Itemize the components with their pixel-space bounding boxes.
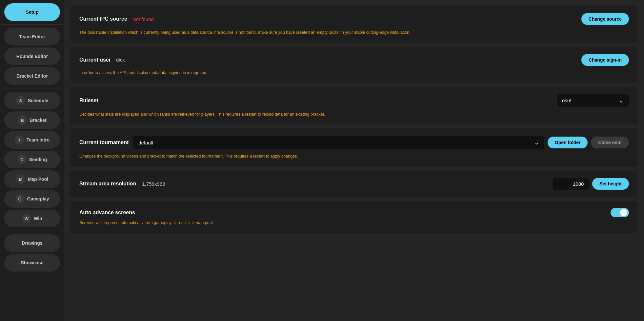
sidebar-item-win[interactable]: W Win: [4, 210, 60, 227]
ipc-source-label: Current IPC source: [79, 16, 127, 22]
resolution-row: Stream area resolution 1,756x988 Set hei…: [79, 178, 629, 190]
change-source-button[interactable]: Change source: [581, 13, 629, 25]
sidebar-item-team-intro[interactable]: I Team Intro: [4, 131, 60, 149]
ipc-header: Current IPC source Not found Change sour…: [79, 13, 629, 25]
advance-row: Auto advance screens: [79, 208, 629, 217]
sidebar-item-bracket-editor-label: Bracket Editor: [16, 73, 48, 79]
sidebar-item-bracket-editor[interactable]: Bracket Editor: [4, 67, 60, 85]
sidebar-item-seeding-label: Seeding: [29, 157, 47, 162]
sidebar-item-drawings[interactable]: Drawings: [4, 234, 60, 252]
auto-advance-toggle[interactable]: [611, 208, 629, 217]
sidebar-item-team-intro-letter: I: [15, 135, 24, 144]
auto-advance-label: Auto advance screens: [79, 210, 135, 216]
resolution-card: Stream area resolution 1,756x988 Set hei…: [70, 171, 638, 197]
sidebar-item-gameplay-letter: G: [15, 194, 25, 203]
sidebar-item-showcase[interactable]: Showcase: [4, 254, 60, 272]
sidebar-item-bracket-letter: B: [18, 116, 27, 125]
sidebar-item-rounds-editor[interactable]: Rounds Editor: [4, 47, 60, 65]
toggle-thumb: [620, 209, 627, 216]
sidebar-item-gameplay-label: Gameplay: [27, 196, 49, 201]
sidebar-item-schedule-label: Schedule: [28, 98, 48, 103]
ipc-source-card: Current IPC source Not found Change sour…: [70, 6, 638, 43]
tournament-info: Changes the background videos and bracke…: [79, 153, 629, 160]
tournament-select[interactable]: default ⌄: [133, 136, 544, 149]
tournament-chevron-icon: ⌄: [534, 139, 539, 146]
resolution-value: 1,756x988: [142, 181, 547, 187]
ruleset-info: Decides what stats are displayed and whi…: [79, 111, 629, 118]
sidebar-item-win-label: Win: [34, 216, 42, 221]
sidebar-item-showcase-label: Showcase: [21, 260, 43, 265]
sidebar-item-map-pool[interactable]: M Map Pool: [4, 170, 60, 188]
sidebar-item-team-editor-label: Team Editor: [19, 34, 45, 39]
sidebar-item-win-letter: W: [22, 214, 31, 223]
resolution-label: Stream area resolution: [79, 181, 136, 187]
user-header: Current user dick Change sign-in: [79, 54, 629, 66]
current-user-info: In order to access the API and display m…: [79, 70, 629, 76]
ruleset-label: Ruleset: [79, 98, 98, 104]
sidebar-item-map-pool-letter: M: [16, 175, 25, 184]
current-user-card: Current user dick Change sign-in In orde…: [70, 47, 638, 83]
sidebar-item-drawings-label: Drawings: [22, 240, 42, 246]
tournament-card: Current tournament default ⌄ Open folder…: [70, 128, 638, 167]
sidebar-item-bracket-label: Bracket: [30, 118, 46, 123]
tournament-row: Current tournament default ⌄ Open folder…: [79, 136, 629, 149]
sidebar-item-gameplay[interactable]: G Gameplay: [4, 190, 60, 208]
sidebar-item-schedule-letter: S: [16, 96, 25, 105]
resolution-height-input[interactable]: [553, 178, 589, 190]
open-folder-button[interactable]: Open folder: [548, 137, 588, 148]
sidebar-item-team-editor[interactable]: Team Editor: [4, 28, 60, 46]
close-osu-button[interactable]: Close osu!: [591, 137, 629, 148]
sidebar-item-rounds-editor-label: Rounds Editor: [16, 54, 48, 59]
tournament-select-wrapper: default ⌄ Open folder Close osu!: [133, 136, 629, 149]
ruleset-row: Ruleset osu! ⌄: [79, 94, 629, 107]
resolution-input-wrap: Set height: [553, 178, 629, 190]
ruleset-card: Ruleset osu! ⌄ Decides what stats are di…: [70, 87, 638, 125]
sidebar: Setup Team Editor Rounds Editor Bracket …: [0, 0, 64, 321]
sidebar-item-setup-label: Setup: [26, 9, 39, 15]
sidebar-item-setup[interactable]: Setup: [4, 3, 60, 21]
sidebar-item-bracket[interactable]: B Bracket: [4, 111, 60, 129]
set-height-button[interactable]: Set height: [592, 178, 629, 190]
auto-advance-info: Screens will progress automatically from…: [79, 220, 629, 226]
current-user-value: dick: [116, 57, 125, 63]
sidebar-item-seeding[interactable]: D Seeding: [4, 151, 60, 168]
ruleset-value: osu!: [562, 98, 619, 103]
toggle-track: [611, 208, 629, 217]
ruleset-select[interactable]: osu! ⌄: [557, 94, 629, 107]
sidebar-item-schedule[interactable]: S Schedule: [4, 92, 60, 109]
chevron-down-icon[interactable]: ⌄: [619, 97, 624, 104]
sidebar-item-team-intro-label: Team Intro: [27, 137, 50, 142]
auto-advance-card: Auto advance screens Screens will progre…: [70, 201, 638, 233]
sidebar-item-seeding-letter: D: [17, 155, 27, 164]
ipc-source-status: Not found: [132, 16, 154, 22]
current-user-label: Current user: [79, 57, 111, 63]
tournament-label: Current tournament: [79, 140, 129, 145]
user-title-row: Current user dick: [79, 57, 125, 63]
main-content: Current IPC source Not found Change sour…: [64, 0, 644, 321]
change-signin-button[interactable]: Change sign-in: [581, 54, 629, 66]
ipc-source-info: The osu!stable installation which is cur…: [79, 29, 629, 36]
sidebar-item-map-pool-label: Map Pool: [28, 177, 48, 182]
ipc-title-row: Current IPC source Not found: [79, 16, 154, 22]
tournament-value: default: [138, 140, 153, 145]
